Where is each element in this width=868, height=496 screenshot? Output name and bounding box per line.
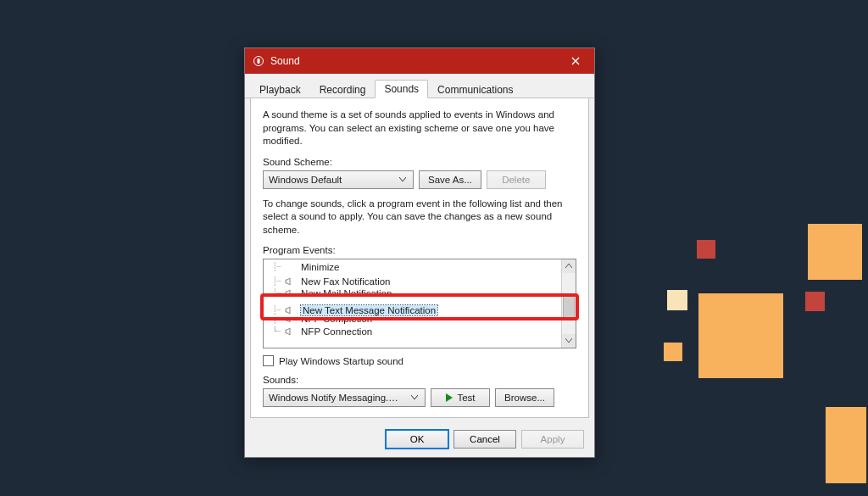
scrollbar[interactable] <box>561 259 576 348</box>
list-item[interactable]: ┊┈ New Mail Notification <box>264 288 561 293</box>
startup-sound-checkbox[interactable] <box>263 355 274 366</box>
tree-line: ┊┈ <box>272 276 281 286</box>
tab-sounds[interactable]: Sounds <box>375 80 428 98</box>
sound-icon <box>284 288 296 293</box>
program-events-list[interactable]: ┊┈ Minimize ┊┈ New Fax Notification ┊┈ N… <box>263 259 576 348</box>
sound-icon <box>284 305 296 315</box>
sounds-panel: A sound theme is a set of sounds applied… <box>250 98 589 418</box>
deco-square-7 <box>826 407 866 483</box>
event-label: NFP Connection <box>301 326 372 337</box>
tree-line: ┊┈ <box>272 262 281 271</box>
close-button[interactable] <box>557 48 594 74</box>
event-label: New Mail Notification <box>301 288 392 293</box>
scheme-label: Sound Scheme: <box>263 157 576 167</box>
dialog-footer: OK Cancel Apply <box>245 423 594 457</box>
sound-icon <box>284 317 296 324</box>
deco-square-1 <box>808 224 862 280</box>
svg-rect-1 <box>258 59 260 64</box>
tree-line: ┊┈ <box>272 317 281 324</box>
delete-button[interactable]: Delete <box>487 170 546 189</box>
scroll-thumb[interactable] <box>563 293 575 319</box>
deco-square-4 <box>698 293 783 378</box>
tabstrip: Playback Recording Sounds Communications <box>245 74 594 98</box>
cancel-button[interactable]: Cancel <box>453 430 516 449</box>
events-label: Program Events: <box>263 245 576 255</box>
deco-square-2 <box>697 240 715 259</box>
sounds-label: Sounds: <box>263 375 576 385</box>
scroll-down-button[interactable] <box>562 334 576 348</box>
sound-scheme-value: Windows Default <box>269 175 342 185</box>
tree-line: ┊┈ <box>272 288 281 293</box>
scheme-description: A sound theme is a set of sounds applied… <box>263 109 576 148</box>
list-item[interactable]: ┊┈ Minimize <box>264 259 561 274</box>
play-icon <box>445 393 453 402</box>
window-title: Sound <box>270 55 557 67</box>
test-button[interactable]: Test <box>431 388 490 407</box>
tab-communications[interactable]: Communications <box>428 81 522 98</box>
tab-recording[interactable]: Recording <box>310 81 376 98</box>
chevron-down-icon <box>396 177 409 182</box>
event-label: NFP Completion <box>301 317 372 324</box>
list-item[interactable]: ┊┈ NFP Completion <box>264 317 561 324</box>
tree-line: └┈ <box>272 326 281 336</box>
event-label: New Text Message Notification <box>301 305 437 315</box>
change-description: To change sounds, click a program event … <box>263 198 576 237</box>
deco-square-3 <box>667 290 687 310</box>
sound-dialog: Sound Playback Recording Sounds Communic… <box>244 47 595 458</box>
tree-line: ┊┈ <box>272 305 281 315</box>
deco-square-6 <box>664 343 682 361</box>
scroll-track[interactable] <box>562 273 576 334</box>
startup-sound-row[interactable]: Play Windows Startup sound <box>263 355 576 366</box>
deco-square-5 <box>805 292 825 311</box>
sound-icon <box>284 276 296 287</box>
scroll-up-button[interactable] <box>562 259 576 273</box>
event-label: Minimize <box>301 262 339 272</box>
list-item[interactable]: ┊┈ New Fax Notification <box>264 274 561 288</box>
save-as-button[interactable]: Save As... <box>419 170 481 189</box>
startup-sound-label: Play Windows Startup sound <box>279 356 403 366</box>
apply-button[interactable]: Apply <box>521 430 584 449</box>
speaker-icon <box>252 54 265 68</box>
browse-button[interactable]: Browse... <box>495 388 554 407</box>
sound-file-value: Windows Notify Messaging.wav <box>269 393 404 403</box>
list-item[interactable]: └┈ NFP Connection <box>264 324 561 338</box>
sound-file-combo[interactable]: Windows Notify Messaging.wav <box>263 388 426 407</box>
event-label: New Fax Notification <box>301 276 390 287</box>
chevron-down-icon <box>408 395 421 400</box>
test-label: Test <box>457 393 475 403</box>
list-item-selected[interactable]: ┊┈ New Text Message Notification <box>264 303 561 317</box>
tab-playback[interactable]: Playback <box>250 81 310 98</box>
sound-scheme-combo[interactable]: Windows Default <box>263 170 414 189</box>
sound-icon <box>284 326 296 337</box>
titlebar[interactable]: Sound <box>245 48 594 74</box>
ok-button[interactable]: OK <box>386 430 448 449</box>
